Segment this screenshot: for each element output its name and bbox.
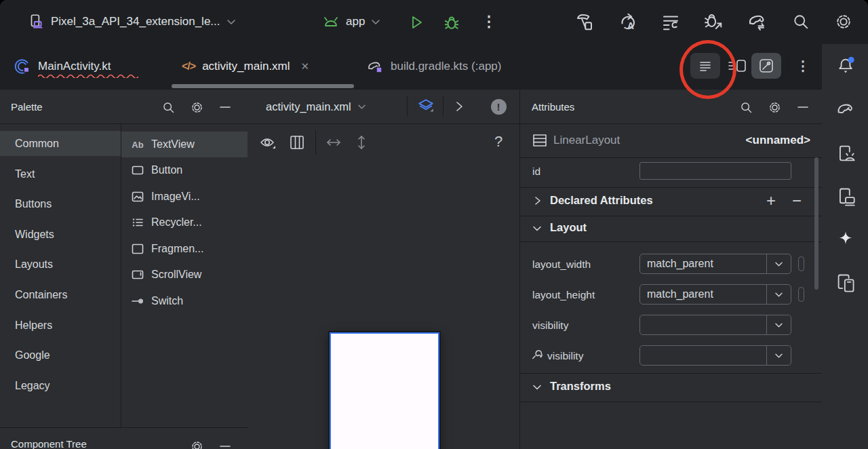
chevron-down-icon — [226, 18, 236, 25]
design-canvas[interactable] — [248, 161, 520, 449]
device-mirroring-icon[interactable] — [834, 271, 857, 294]
component-tree-gear-icon[interactable] — [187, 437, 206, 449]
running-devices-icon[interactable] — [834, 185, 857, 208]
linearlayout-icon — [532, 134, 547, 147]
layout-width-dropdown[interactable]: match_parent — [639, 254, 791, 274]
build-icon[interactable] — [573, 10, 596, 33]
palette-hide-icon[interactable] — [216, 98, 235, 117]
apply-code-changes-icon[interactable] — [659, 10, 682, 33]
constraint-pill-icon[interactable] — [798, 287, 804, 302]
divider — [407, 96, 408, 117]
tab-label: MainActivity.kt — [38, 60, 111, 73]
search-icon[interactable] — [789, 10, 812, 33]
attributes-search-icon[interactable] — [736, 98, 755, 117]
chevron-right-icon — [534, 196, 542, 206]
palette-item-recyclerview[interactable]: Recycler... — [121, 210, 248, 235]
issue-panel-icon[interactable]: ! — [489, 97, 508, 116]
remove-attribute-icon[interactable]: − — [787, 191, 806, 211]
apply-changes-icon[interactable]: A — [616, 10, 639, 33]
attr-row-tools-visibility: visibility — [520, 341, 822, 371]
palette-item-button[interactable]: Button — [121, 157, 248, 183]
orientation-columns-icon[interactable] — [287, 132, 307, 153]
component-tree-header: Component Tree — [0, 427, 248, 449]
attr-label-id: id — [532, 165, 540, 178]
constraint-pill-icon[interactable] — [798, 256, 804, 271]
right-tool-strip — [822, 44, 868, 449]
scrollview-icon — [130, 270, 145, 279]
attributes-header: Attributes — [520, 90, 822, 123]
add-attribute-icon[interactable]: + — [762, 191, 781, 211]
main-toolbar: Pixel_3a_API_34_extension_le... app — [0, 0, 868, 44]
attributes-gear-icon[interactable] — [765, 98, 784, 117]
palette-item-fragment[interactable]: Fragmen... — [121, 236, 248, 262]
palette-item-scrollview[interactable]: ScrollView — [121, 262, 248, 288]
gradle-sync-icon[interactable] — [745, 10, 768, 33]
chevron-down-icon[interactable] — [766, 315, 791, 334]
component-id-label: <unnamed> — [746, 134, 810, 147]
device-manager-icon[interactable] — [834, 142, 857, 165]
transforms-section-title: Transforms — [550, 380, 611, 393]
layout-file-selector[interactable]: activity_main.xml — [266, 100, 366, 113]
tab-scrollbar[interactable] — [172, 84, 354, 88]
more-actions-kebab-icon[interactable]: ⋮ — [479, 10, 498, 33]
tools-visibility-dropdown[interactable] — [639, 345, 791, 366]
component-tree-hide-icon[interactable] — [216, 437, 235, 449]
editor-options-kebab-icon[interactable]: ⋮ — [795, 54, 811, 78]
phone-preview[interactable] — [330, 332, 439, 449]
chevron-down-icon[interactable] — [766, 346, 791, 365]
svg-text:A: A — [627, 21, 634, 31]
close-tab-icon[interactable]: ✕ — [301, 60, 310, 73]
vertical-resize-icon[interactable] — [351, 132, 372, 153]
transforms-section-row[interactable]: Transforms — [520, 373, 822, 402]
view-options-eye-icon[interactable] — [258, 132, 279, 153]
attributes-panel: Attributes LinearLayout <unnamed> id — [520, 90, 822, 449]
palette-header: Palette — [0, 90, 248, 123]
tab-activity-main-xml[interactable]: </> activity_main.xml ✕ — [182, 54, 309, 79]
settings-gear-icon[interactable] — [832, 10, 855, 33]
chevron-down-icon[interactable] — [766, 254, 791, 273]
layout-section-row[interactable]: Layout — [520, 216, 822, 241]
layout-validation-layers-icon[interactable] — [416, 97, 436, 116]
device-selector[interactable]: Pixel_3a_API_34_extension_le... — [27, 9, 236, 34]
tab-build-gradle[interactable]: build.gradle.kts (:app) — [366, 54, 501, 79]
go-to-next-icon[interactable] — [450, 97, 468, 116]
horizontal-resize-icon[interactable] — [323, 132, 344, 153]
chevron-down-icon — [357, 104, 366, 110]
tab-mainactivity[interactable]: MainActivity.kt — [14, 54, 111, 79]
run-button[interactable] — [406, 12, 427, 33]
palette-item-textview[interactable]: Ab TextView — [121, 132, 248, 157]
palette-gear-icon[interactable] — [187, 98, 206, 117]
palette-item-imageview[interactable]: ImageVi... — [121, 184, 248, 210]
gemini-sparkle-icon[interactable] — [834, 227, 857, 250]
declared-attributes-row[interactable]: Declared Attributes + − — [520, 187, 822, 216]
divider — [520, 402, 822, 402]
recyclerview-icon — [130, 217, 145, 228]
gradle-tool-window-icon[interactable] — [834, 98, 857, 121]
chevron-down-icon[interactable] — [766, 285, 791, 304]
palette-item-switch[interactable]: Switch — [121, 288, 248, 314]
palette-search-icon[interactable] — [159, 98, 178, 117]
attributes-hide-icon[interactable] — [793, 98, 812, 117]
id-input[interactable] — [639, 162, 791, 180]
attr-row-layout-height: layout_height match_parent — [520, 280, 822, 310]
layout-height-dropdown[interactable]: match_parent — [639, 284, 791, 305]
design-toolbar: ? — [248, 123, 520, 161]
notifications-bell-icon[interactable] — [834, 54, 857, 77]
component-type-label: LinearLayout — [553, 134, 620, 147]
device-selector-label: Pixel_3a_API_34_extension_le... — [51, 15, 220, 28]
design-header: activity_main.xml ! — [248, 90, 520, 123]
attr-row-id: id — [520, 157, 822, 187]
divider — [315, 130, 316, 155]
run-config-selector[interactable]: app — [322, 9, 380, 34]
help-icon[interactable]: ? — [489, 132, 508, 152]
attr-label: visibility — [547, 350, 583, 362]
attach-debugger-icon[interactable] — [702, 10, 725, 33]
attr-row-layout-width: layout_width match_parent — [520, 250, 822, 279]
chevron-down-icon — [532, 384, 542, 391]
design-mode-button[interactable] — [751, 53, 781, 79]
imageview-icon — [130, 191, 145, 202]
visibility-dropdown[interactable] — [639, 315, 791, 335]
attributes-scrollbar[interactable] — [814, 157, 818, 290]
chevron-down-icon — [371, 18, 380, 25]
debug-button[interactable] — [441, 12, 462, 33]
